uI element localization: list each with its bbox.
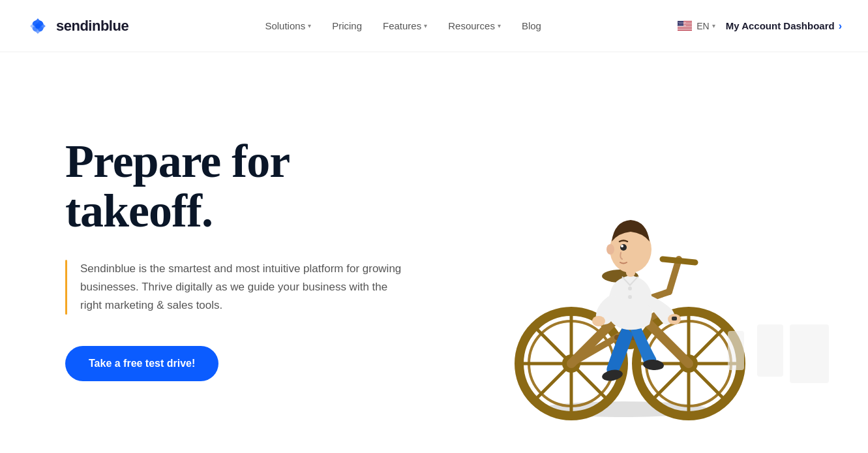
hero-section: Prepare for takeoff. Sendinblue is the s… bbox=[0, 52, 868, 453]
hero-content: Prepare for takeoff. Sendinblue is the s… bbox=[65, 137, 404, 381]
account-dashboard-link[interactable]: My Account Dashboard › bbox=[726, 20, 842, 32]
bg-decoration-1 bbox=[790, 324, 829, 383]
nav-blog[interactable]: Blog bbox=[522, 20, 541, 31]
hero-description: Sendinblue is the smartest and most intu… bbox=[80, 260, 404, 315]
nav-resources[interactable]: Resources ▾ bbox=[448, 20, 501, 31]
logo-text: sendinblue bbox=[56, 18, 128, 35]
flag-icon: ★★★★★★ ★★★★★ ★★★★★★ bbox=[678, 21, 692, 31]
svg-rect-7 bbox=[678, 27, 692, 28]
logo-link[interactable]: sendinblue bbox=[26, 14, 128, 38]
bg-decoration-2 bbox=[757, 324, 783, 377]
account-label: My Account Dashboard bbox=[726, 20, 835, 31]
header-right: ★★★★★★ ★★★★★ ★★★★★★ EN ▾ My Account Dash… bbox=[678, 20, 842, 32]
account-chevron-icon: › bbox=[839, 20, 842, 32]
solutions-dropdown-arrow: ▾ bbox=[308, 22, 311, 29]
hero-illustration bbox=[486, 122, 760, 422]
hero-image bbox=[404, 96, 842, 422]
language-code: EN bbox=[696, 21, 709, 31]
lang-dropdown-arrow: ▾ bbox=[712, 22, 715, 29]
main-nav: Solutions ▾ Pricing Features ▾ Resources… bbox=[265, 20, 541, 31]
svg-line-34 bbox=[669, 259, 679, 292]
svg-point-45 bbox=[606, 244, 614, 255]
site-header: sendinblue Solutions ▾ Pricing Features … bbox=[0, 0, 868, 52]
language-selector[interactable]: ★★★★★★ ★★★★★ ★★★★★★ EN ▾ bbox=[678, 21, 715, 31]
svg-point-1 bbox=[35, 23, 40, 29]
hero-title: Prepare for takeoff. bbox=[65, 137, 404, 236]
svg-point-49 bbox=[628, 295, 632, 299]
nav-pricing[interactable]: Pricing bbox=[332, 20, 362, 31]
nav-solutions[interactable]: Solutions ▾ bbox=[265, 20, 311, 31]
svg-point-46 bbox=[620, 244, 627, 251]
hero-description-block: Sendinblue is the smartest and most intu… bbox=[65, 260, 404, 315]
cta-button[interactable]: Take a free test drive! bbox=[65, 346, 218, 381]
svg-rect-8 bbox=[678, 29, 692, 30]
svg-point-48 bbox=[628, 287, 632, 290]
svg-rect-6 bbox=[678, 26, 692, 27]
nav-features[interactable]: Features ▾ bbox=[383, 20, 427, 31]
svg-rect-42 bbox=[672, 317, 677, 320]
svg-line-35 bbox=[663, 259, 695, 262]
svg-point-47 bbox=[621, 245, 623, 247]
resources-dropdown-arrow: ▾ bbox=[498, 22, 501, 29]
bg-decoration-3 bbox=[728, 331, 744, 370]
sendinblue-logo-icon bbox=[26, 14, 50, 38]
svg-point-40 bbox=[592, 316, 605, 326]
hero-accent-bar bbox=[65, 260, 67, 315]
features-dropdown-arrow: ▾ bbox=[424, 22, 427, 29]
